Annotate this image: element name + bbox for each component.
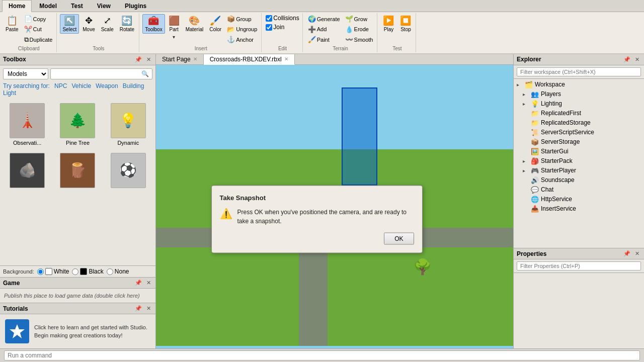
game-content[interactable]: Publish this place to load game data (do… bbox=[0, 289, 155, 303]
server-script-icon: 📜 bbox=[531, 129, 539, 136]
suggestion-weapon[interactable]: Weapon bbox=[96, 82, 118, 89]
bottom-bar bbox=[0, 348, 644, 362]
tab-view[interactable]: View bbox=[91, 0, 117, 12]
anchor-button[interactable]: ⚓ Anchor bbox=[225, 35, 259, 45]
play-button[interactable]: ▶️ Play bbox=[380, 14, 396, 34]
insert-top: 🧰 Toolbox 🟫 Part ▾ 🎨 Material 🖌️ Color bbox=[142, 14, 259, 45]
group-icon: 📦 bbox=[227, 15, 235, 23]
bg-white-option[interactable]: White bbox=[37, 268, 69, 275]
explorer-pin-btn[interactable]: 📌 bbox=[622, 56, 632, 63]
select-button[interactable]: ↖️ Select bbox=[60, 14, 79, 34]
part-dropdown[interactable]: ▾ bbox=[166, 34, 182, 41]
tree-item-replicated-first[interactable]: 📁 ReplicatedFirst bbox=[521, 109, 643, 118]
erode-label: Erode bbox=[354, 26, 369, 32]
expand-starter-pack[interactable]: ▸ bbox=[523, 158, 529, 164]
add-icon: ➕ bbox=[308, 26, 316, 34]
dialog-ok-button[interactable]: OK bbox=[384, 233, 414, 245]
color-button[interactable]: 🖌️ Color bbox=[207, 14, 224, 34]
game-close-btn[interactable]: ✕ bbox=[145, 279, 152, 287]
suggestion-light[interactable]: Light bbox=[3, 89, 16, 97]
toolbox-close-btn[interactable]: ✕ bbox=[145, 56, 152, 63]
tab-plugins[interactable]: Plugins bbox=[118, 0, 153, 12]
smooth-button[interactable]: 〰️ Smooth bbox=[343, 35, 375, 45]
viewport-canvas[interactable]: 🌳 🌲 🌳 Take Snapshot ⚠️ Press OK when you… bbox=[156, 65, 513, 346]
paint-terrain-button[interactable]: 🖌️ Paint bbox=[306, 35, 342, 45]
part-button[interactable]: 🟫 Part bbox=[166, 14, 182, 34]
expand-starter-player[interactable]: ▸ bbox=[523, 168, 529, 173]
ungroup-button[interactable]: 📂 Ungroup bbox=[225, 25, 259, 35]
add-button[interactable]: ➕ Add bbox=[306, 25, 342, 35]
tree-item-soundscape[interactable]: 🔊 Soundscape bbox=[521, 175, 643, 185]
copy-button[interactable]: 📄 Copy bbox=[22, 14, 55, 24]
properties-filter-input[interactable] bbox=[517, 261, 641, 270]
properties-close-btn[interactable]: ✕ bbox=[633, 250, 641, 257]
properties-pin-btn[interactable]: 📌 bbox=[622, 250, 632, 257]
cut-button[interactable]: ✂️ Cut bbox=[22, 25, 55, 35]
suggestion-npc[interactable]: NPC bbox=[54, 82, 67, 89]
tab-home[interactable]: Home bbox=[2, 0, 32, 12]
tab-test[interactable]: Test bbox=[64, 0, 90, 12]
model-item-4[interactable]: 🪵 bbox=[53, 150, 102, 192]
model-item-0[interactable]: 🗼 Observati... bbox=[3, 101, 51, 148]
suggestion-building[interactable]: Building bbox=[123, 82, 144, 89]
toolbox-search-input[interactable] bbox=[54, 70, 141, 77]
explorer-header: Explorer 📌 ✕ bbox=[514, 54, 644, 65]
model-item-5[interactable]: ⚽ bbox=[104, 150, 152, 192]
tutorials-pin-btn[interactable]: 📌 bbox=[133, 305, 143, 312]
left-panel: Toolbox 📌 ✕ Models Decals Audio Meshes P… bbox=[0, 54, 156, 348]
duplicate-button[interactable]: ⧉ Duplicate bbox=[22, 35, 55, 45]
game-pin-btn[interactable]: 📌 bbox=[133, 279, 143, 287]
collisions-check[interactable]: Collisions bbox=[265, 14, 300, 22]
bg-black-option[interactable]: Black bbox=[72, 268, 103, 275]
toolbox-category-dropdown[interactable]: Models Decals Audio Meshes Plugins bbox=[3, 68, 48, 79]
tab-model[interactable]: Model bbox=[33, 0, 63, 12]
stop-button[interactable]: ⏹️ Stop bbox=[397, 14, 414, 34]
expand-players[interactable]: ▸ bbox=[523, 92, 529, 97]
grow-button[interactable]: 🌱 Grow bbox=[343, 14, 375, 24]
expand-workspace[interactable]: ▸ bbox=[517, 82, 523, 87]
erode-button[interactable]: 💧 Erode bbox=[343, 25, 375, 35]
tree-item-starter-player[interactable]: ▸ 🎮 StarterPlayer bbox=[521, 166, 643, 175]
explorer-filter-input[interactable] bbox=[517, 67, 641, 76]
model-item-3[interactable]: 🪨 bbox=[3, 150, 51, 192]
expand-lighting[interactable]: ▸ bbox=[523, 101, 529, 107]
tree-item-server-storage[interactable]: 📦 ServerStorage bbox=[521, 137, 643, 147]
group-button[interactable]: 📦 Group bbox=[225, 14, 259, 24]
play-icon: ▶️ bbox=[383, 16, 394, 27]
tree-item-starter-pack[interactable]: ▸ 🎒 StarterPack bbox=[521, 156, 643, 166]
scale-button[interactable]: ⤢ Scale bbox=[99, 14, 116, 34]
toolbox-button[interactable]: 🧰 Toolbox bbox=[142, 14, 165, 34]
tutorials-close-btn[interactable]: ✕ bbox=[145, 305, 152, 312]
tree-item-chat[interactable]: 💬 Chat bbox=[521, 185, 643, 195]
move-button[interactable]: ✥ Move bbox=[80, 14, 97, 34]
tree-item-starter-gui[interactable]: 🖼️ StarterGui bbox=[521, 147, 643, 156]
tree-item-insert-service[interactable]: 📥 InsertService bbox=[521, 204, 643, 214]
suggestion-vehicle[interactable]: Vehicle bbox=[71, 82, 91, 89]
erode-icon: 💧 bbox=[345, 26, 353, 34]
toolbox-pin-btn[interactable]: 📌 bbox=[133, 56, 143, 63]
command-input[interactable] bbox=[4, 350, 640, 360]
rotate-button[interactable]: 🔄 Rotate bbox=[117, 14, 137, 34]
model-item-1[interactable]: 🌲 Pine Tree bbox=[53, 101, 102, 148]
generate-button[interactable]: 🌍 Generate bbox=[306, 14, 342, 24]
tree-item-workspace[interactable]: ▸ 🗂️ Workspace bbox=[515, 80, 643, 89]
crossroads-close[interactable]: ✕ bbox=[284, 56, 288, 62]
bg-none-option[interactable]: None bbox=[107, 268, 129, 275]
copy-label: Copy bbox=[33, 16, 46, 22]
tutorials-content[interactable]: Click here to learn and get started with… bbox=[0, 314, 155, 348]
tree-item-replicated-storage[interactable]: 📁 ReplicatedStorage bbox=[521, 118, 643, 128]
explorer-close-btn[interactable]: ✕ bbox=[633, 56, 641, 63]
tree-item-players[interactable]: ▸ 👥 Players bbox=[521, 89, 643, 99]
material-button[interactable]: 🎨 Material bbox=[183, 14, 206, 34]
tab-crossroads[interactable]: Crossroads-RBLXDEV.rbxl ✕ bbox=[204, 54, 295, 65]
group-label: Group bbox=[236, 16, 252, 22]
tree-item-http-service[interactable]: 🌐 HttpService bbox=[521, 195, 643, 204]
dialog-message: Press OK when you've positioned the came… bbox=[237, 208, 414, 226]
start-page-close[interactable]: ✕ bbox=[193, 56, 197, 62]
tree-item-server-script[interactable]: 📜 ServerScriptService bbox=[521, 128, 643, 137]
tree-item-lighting[interactable]: ▸ 💡 Lighting bbox=[521, 99, 643, 109]
join-check[interactable]: Join bbox=[265, 23, 300, 31]
tab-start-page[interactable]: Start Page ✕ bbox=[156, 54, 204, 64]
model-item-2[interactable]: 💡 Dynamic bbox=[104, 101, 152, 148]
paste-button[interactable]: 📋 Paste bbox=[3, 14, 21, 34]
